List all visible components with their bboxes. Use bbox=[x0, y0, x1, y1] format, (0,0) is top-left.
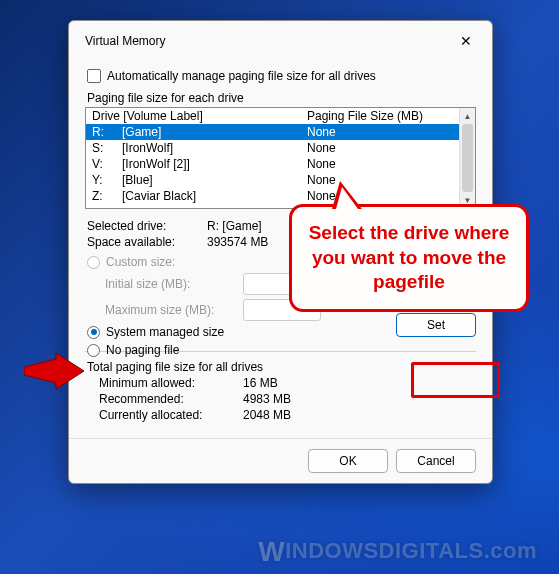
minimum-value: 16 MB bbox=[243, 376, 474, 390]
custom-size-label: Custom size: bbox=[106, 255, 175, 269]
no-paging-radio[interactable] bbox=[87, 344, 100, 357]
titlebar: Virtual Memory ✕ bbox=[69, 21, 492, 57]
currently-allocated-value: 2048 MB bbox=[243, 408, 474, 422]
custom-size-radio[interactable] bbox=[87, 256, 100, 269]
cancel-button[interactable]: Cancel bbox=[396, 449, 476, 473]
totals-label: Total paging file size for all drives bbox=[87, 360, 474, 374]
scroll-up-icon[interactable]: ▲ bbox=[460, 108, 475, 124]
drive-list-header: Drive [Volume Label] Paging File Size (M… bbox=[86, 108, 475, 124]
header-size: Paging File Size (MB) bbox=[307, 109, 469, 123]
space-available-label: Space available: bbox=[87, 235, 207, 249]
scrollbar[interactable]: ▲ ▼ bbox=[459, 108, 475, 208]
selected-drive-label: Selected drive: bbox=[87, 219, 207, 233]
each-drive-label: Paging file size for each drive bbox=[87, 91, 476, 105]
currently-allocated-label: Currently allocated: bbox=[99, 408, 243, 422]
minimum-label: Minimum allowed: bbox=[99, 376, 243, 390]
drive-row[interactable]: S: [IronWolf] None bbox=[86, 140, 475, 156]
set-button[interactable]: Set bbox=[396, 313, 476, 337]
auto-manage-label: Automatically manage paging file size fo… bbox=[107, 69, 376, 83]
drive-row[interactable]: V: [IronWolf [2]] None bbox=[86, 156, 475, 172]
drive-row[interactable]: Y: [Blue] None bbox=[86, 172, 475, 188]
recommended-label: Recommended: bbox=[99, 392, 243, 406]
initial-size-label: Initial size (MB): bbox=[105, 277, 243, 291]
close-icon[interactable]: ✕ bbox=[452, 29, 480, 53]
auto-manage-row[interactable]: Automatically manage paging file size fo… bbox=[87, 69, 476, 83]
auto-manage-checkbox[interactable] bbox=[87, 69, 101, 83]
drive-list-body: R: [Game] None S: [IronWolf] None V: [Ir… bbox=[86, 124, 475, 204]
drive-row[interactable]: Z: [Caviar Black] None bbox=[86, 188, 475, 204]
drive-list[interactable]: Drive [Volume Label] Paging File Size (M… bbox=[85, 107, 476, 209]
no-paging-label: No paging file bbox=[106, 343, 179, 357]
header-drive: Drive [Volume Label] bbox=[92, 109, 307, 123]
system-managed-radio[interactable] bbox=[87, 326, 100, 339]
no-paging-row[interactable]: No paging file bbox=[87, 343, 476, 357]
callout-box: Select the drive where you want to move … bbox=[289, 204, 529, 312]
drive-row[interactable]: R: [Game] None bbox=[86, 124, 475, 140]
ok-button[interactable]: OK bbox=[308, 449, 388, 473]
dialog-title: Virtual Memory bbox=[85, 34, 165, 48]
dialog-footer: OK Cancel bbox=[69, 438, 492, 483]
recommended-value: 4983 MB bbox=[243, 392, 474, 406]
totals-group: Total paging file size for all drives Mi… bbox=[87, 360, 474, 422]
watermark: WINDOWSDIGITALS.com bbox=[258, 536, 537, 568]
maximum-size-label: Maximum size (MB): bbox=[105, 303, 243, 317]
scroll-thumb[interactable] bbox=[462, 124, 473, 192]
system-managed-label: System managed size bbox=[106, 325, 224, 339]
